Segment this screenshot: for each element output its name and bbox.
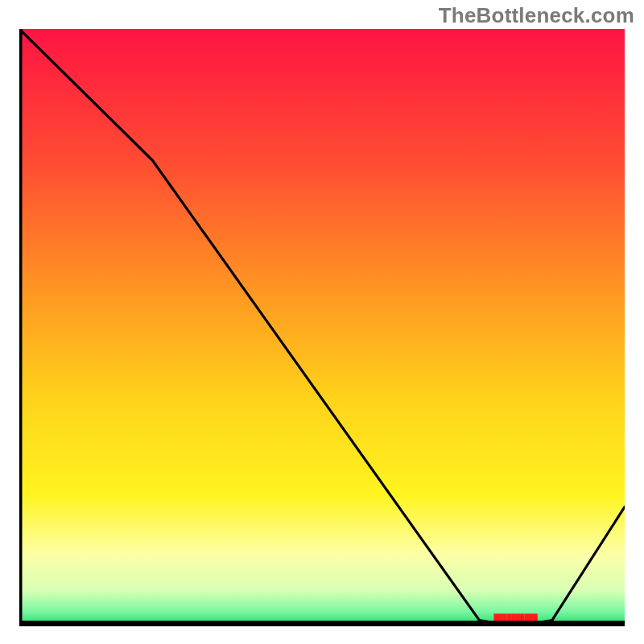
chart-plot-area: ██████████ [19, 29, 625, 626]
attribution-label: TheBottleneck.com [439, 3, 634, 28]
chart-container: TheBottleneck.com ██████████ [0, 0, 644, 644]
chart-svg: ██████████ [19, 29, 625, 626]
